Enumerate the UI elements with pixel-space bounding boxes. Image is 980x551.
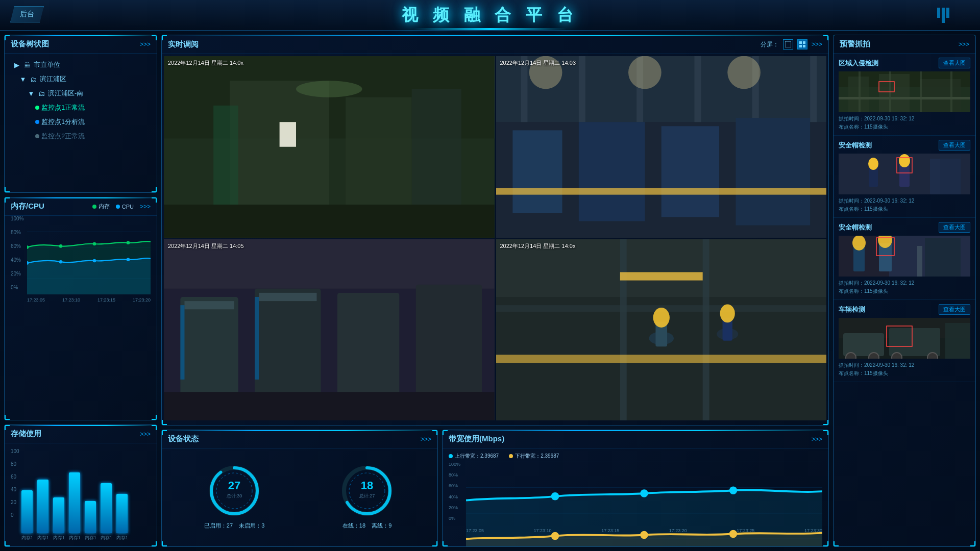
memory-legend-dot: [92, 205, 96, 209]
tree-node-label-5: 监控点1分析流: [41, 117, 85, 127]
cpu-dot-4: [127, 258, 130, 262]
split-btn-4[interactable]: [797, 39, 807, 49]
bar-group-2: 内存1: [37, 480, 49, 541]
bandwidth-panel: 带宽使用(Mbps) >>> 上行带宽：2.39687 下行带宽：2.39687: [442, 430, 829, 547]
video-cell-4: 2022年12月14日 星期二 14:0x: [496, 239, 827, 421]
bw-up-dot: [449, 454, 453, 458]
tree-node-binjiang[interactable]: ▼ 🗂 滨江浦区: [11, 72, 151, 86]
device-status-more[interactable]: >>>: [421, 436, 431, 443]
svg-rect-19: [280, 122, 296, 147]
dot-green-icon: [35, 106, 39, 110]
warning-capture-title: 预警抓拍: [840, 39, 870, 49]
memory-dot-2: [59, 244, 63, 248]
tree-node-binjiang-south[interactable]: ▼ 🗂 滨江浦区-南: [11, 86, 151, 101]
preview-item-1: 区域入侵检测 查看大图: [834, 54, 975, 136]
device-status-panel: 设备状态 >>> 27 总计:30: [161, 430, 438, 547]
svg-rect-52: [620, 239, 626, 421]
back-button[interactable]: 后台: [10, 6, 44, 22]
storage-title: 存储使用: [11, 429, 41, 439]
cpu-legend-item: CPU: [116, 203, 134, 210]
bw-up-label: 上行带宽：2.39687: [455, 453, 499, 460]
preview-img-4: [839, 318, 970, 359]
preview-item-2-view-btn[interactable]: 查看大图: [939, 140, 970, 151]
preview-item-2-header: 安全帽检测 查看大图: [839, 140, 970, 151]
deco-bar-1: [937, 8, 940, 18]
bw-y-labels: 100% 80% 60% 40% 20% 0%: [449, 462, 465, 521]
device-tree-more[interactable]: >>>: [140, 41, 151, 48]
svg-text:27: 27: [228, 479, 240, 492]
warning-capture-more[interactable]: >>>: [959, 41, 969, 48]
tree-node-monitor1[interactable]: 监控点1正常流: [11, 101, 151, 115]
svg-rect-46: [164, 392, 495, 420]
tree-node-city[interactable]: ▶ 🏛 市直单位: [11, 58, 151, 72]
video-header: 实时调阅 分屏： >>>: [162, 35, 828, 54]
svg-rect-122: [945, 323, 970, 359]
middle-column: 实时调阅 分屏： >>>: [161, 35, 829, 547]
svg-rect-48: [255, 297, 259, 380]
svg-rect-113: [917, 246, 922, 277]
bw-x-labels: 17:23:05 17:23:10 17:23:15 17:23:20 17:2…: [466, 528, 822, 533]
page-title: 视 频 融 合 平 台: [402, 4, 578, 27]
preview-item-3-title: 安全帽检测: [839, 223, 872, 232]
svg-point-120: [892, 353, 902, 359]
bar-label-3: 内存1: [53, 535, 65, 541]
x-label-4: 17:23:20: [133, 297, 151, 303]
svg-point-81: [729, 486, 738, 494]
bw-down-legend: 下行带宽：2.39687: [509, 453, 559, 460]
preview-item-3: 安全帽检测 查看大图: [834, 218, 975, 300]
cpu-panel-header: 内存/CPU 内存 CPU >>>: [5, 197, 157, 216]
header-bottom-line: [413, 28, 567, 30]
header: 后台 视 频 融 合 平 台: [0, 0, 980, 31]
svg-rect-93: [920, 71, 922, 112]
storage-bar-6: [101, 483, 112, 533]
svg-rect-10: [803, 45, 805, 47]
svg-rect-88: [879, 74, 910, 112]
preview-item-3-view-btn[interactable]: 查看大图: [939, 222, 970, 233]
storage-bar-1: [21, 490, 33, 533]
deco-bar-2: [942, 8, 945, 23]
tree-node-monitor1-analysis[interactable]: 监控点1分析流: [11, 115, 151, 129]
svg-rect-9: [799, 45, 802, 47]
svg-rect-35: [736, 118, 810, 225]
video-more[interactable]: >>>: [812, 41, 822, 48]
preview-item-2-title: 安全帽检测: [839, 141, 872, 150]
cpu-chart-area: 100% 80% 60% 40% 20% 0%: [5, 216, 157, 303]
gauge-2: 18 总计:27 在线：18 离线：9: [339, 463, 395, 530]
bw-down-dot: [509, 454, 513, 458]
y-label-0: 0%: [11, 285, 26, 290]
tree-node-monitor2[interactable]: 监控点2正常流: [11, 129, 151, 143]
storage-more[interactable]: >>>: [140, 431, 151, 438]
bandwidth-more[interactable]: >>>: [812, 436, 822, 443]
svg-rect-6: [785, 41, 791, 47]
svg-point-31: [727, 56, 761, 89]
dot-blue-icon: [35, 120, 39, 124]
device-tree-panel: 设备树状图 >>> ▶ 🏛 市直单位 ▼ 🗂 滨江浦区 ▼ 🗂 滨江浦区-南: [4, 35, 157, 193]
preview-item-3-header: 安全帽检测 查看大图: [839, 222, 970, 233]
svg-rect-15: [213, 106, 238, 221]
preview-item-1-view-btn[interactable]: 查看大图: [939, 58, 970, 68]
svg-rect-28: [810, 56, 817, 122]
y-label-80: 80%: [11, 230, 26, 235]
preview-item-4: 车辆检测 查看大图: [834, 300, 975, 382]
svg-rect-8: [803, 41, 805, 44]
right-column: 预警抓拍 >>> 区域入侵检测 查看大图: [833, 35, 976, 547]
gauge-1: 27 总计:30 已启用：27 未启用：3: [204, 463, 265, 530]
cpu-panel-more[interactable]: >>>: [140, 203, 151, 210]
cpu-legend-label: CPU: [122, 204, 134, 210]
split-controls: 分屏： >>>: [761, 39, 822, 49]
video-panel: 实时调阅 分屏： >>>: [161, 35, 829, 425]
svg-rect-40: [180, 297, 238, 396]
preview-img-3: [839, 236, 970, 277]
video-cell-1: 2022年12月14日 星期二 14:0x: [164, 56, 495, 238]
storage-content: 100 80 60 40 20 0 内存1 内存1: [5, 443, 157, 544]
bar-label-2: 内存1: [37, 535, 49, 541]
preview-item-4-view-btn[interactable]: 查看大图: [939, 304, 970, 315]
storage-panel: 存储使用 >>> 100 80 60 40 20 0 内存1: [4, 424, 157, 547]
bar-label-5: 内存1: [85, 535, 96, 541]
y-label-20: 20%: [11, 271, 26, 277]
gauge-1-stats: 已启用：27 未启用：3: [204, 522, 265, 530]
bar-group-6: 内存1: [101, 483, 112, 541]
gauge-2-svg: 18 总计:27: [339, 463, 395, 519]
split-btn-1[interactable]: [783, 39, 793, 49]
preview-item-4-title: 车辆检测: [839, 305, 865, 314]
